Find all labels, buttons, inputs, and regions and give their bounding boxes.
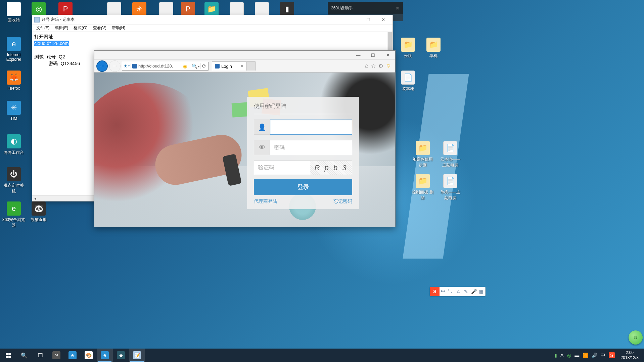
page-content: 使用密码登陆 👤 👁 验证码 R p b 3 登录 代理商登陆 忘记密码 bbox=[94, 73, 395, 227]
password-visibility-icon[interactable]: 👁 bbox=[254, 140, 270, 155]
close-button[interactable]: ✕ bbox=[376, 16, 390, 24]
ime-lang-toggle[interactable]: 中 bbox=[440, 288, 447, 295]
tray-volume-icon[interactable]: 🔊 bbox=[592, 353, 597, 358]
menu-help[interactable]: 帮助(H) bbox=[109, 25, 128, 32]
ie-window: — ☐ ✕ ← → ★ http://cloud.dt128. ◉ 🔍 ⟳ Lo… bbox=[94, 50, 396, 227]
ie-close-button[interactable]: ✕ bbox=[380, 51, 395, 60]
login-title: 使用密码登陆 bbox=[254, 103, 352, 114]
folder-cloud-board[interactable]: 📁云板 bbox=[396, 38, 420, 59]
ie-toolbar: ← → ★ http://cloud.dt128. ◉ 🔍 ⟳ Login ✕ … bbox=[94, 60, 395, 73]
forgot-password-link[interactable]: 忘记密码 bbox=[333, 198, 352, 205]
settings-gear-icon[interactable]: ⚙ bbox=[378, 63, 383, 69]
ime-keyboard-icon[interactable]: ▦ bbox=[477, 289, 485, 294]
ime-voice-icon[interactable]: 🎤 bbox=[470, 289, 478, 294]
new-tab-button[interactable] bbox=[247, 61, 256, 71]
notepad-titlebar[interactable]: 账号 密码 - 记事本 — ☐ ✕ bbox=[32, 15, 393, 25]
tab-close-icon[interactable]: ✕ bbox=[240, 64, 244, 69]
sogou-ime-bar[interactable]: S 中 '， ☺ ✎ 🎤 ▦ bbox=[430, 287, 486, 296]
ime-emoji-icon[interactable]: ☺ bbox=[455, 289, 462, 294]
tray-up-icon[interactable]: ᐱ bbox=[560, 353, 564, 358]
tim-icon[interactable]: ✳TIM bbox=[2, 101, 26, 121]
tray-battery-icon[interactable]: ▬ bbox=[574, 353, 579, 358]
favorites-dropdown-icon[interactable]: ★ bbox=[122, 63, 131, 69]
doc-install-local[interactable]: 📄装本地 bbox=[396, 71, 420, 92]
login-button[interactable]: 登录 bbox=[254, 179, 352, 195]
home-icon[interactable]: ⌂ bbox=[365, 63, 368, 69]
ie-desktop-icon[interactable]: eInternet Explorer bbox=[2, 37, 26, 62]
favorites-icon[interactable]: ☆ bbox=[371, 63, 376, 69]
agent-login-link[interactable]: 代理商登陆 bbox=[254, 198, 277, 205]
password-field[interactable] bbox=[270, 140, 352, 155]
site-favicon-icon bbox=[132, 64, 137, 69]
tray-360-icon[interactable]: ◎ bbox=[567, 353, 571, 358]
taskbar-ie[interactable]: e bbox=[64, 349, 81, 362]
usb-helper-title: 360U盘助手 bbox=[331, 5, 353, 11]
firefox-icon[interactable]: 🦊Firefox bbox=[2, 71, 26, 91]
address-bar-group: ★ http://cloud.dt128. ◉ 🔍 ⟳ bbox=[122, 62, 209, 71]
shutdown-timer-icon[interactable]: ⏻准点定时关机 bbox=[2, 167, 26, 194]
panda-live-icon[interactable]: 🐼熊猫直播 bbox=[27, 201, 50, 223]
smile-icon[interactable]: ☺ bbox=[386, 63, 391, 69]
taskbar-ie-running[interactable]: e bbox=[97, 349, 113, 362]
taskbar-paint[interactable]: 🎨 bbox=[81, 349, 97, 362]
address-bar[interactable]: http://cloud.dt128. bbox=[131, 63, 181, 69]
notepad-app-icon bbox=[34, 17, 40, 22]
360browser-icon[interactable]: e360安全浏览器 bbox=[2, 201, 26, 228]
login-panel: 使用密码登陆 👤 👁 验证码 R p b 3 登录 代理商登陆 忘记密码 bbox=[247, 97, 359, 209]
minimize-button[interactable]: — bbox=[346, 16, 361, 24]
tray-sogou-icon[interactable]: S bbox=[609, 352, 614, 358]
selected-text: cloud.dt128.com bbox=[34, 41, 69, 46]
username-field[interactable] bbox=[270, 120, 352, 135]
clock-time: 2:00 bbox=[621, 350, 639, 355]
windows-logo-icon bbox=[6, 353, 11, 358]
recycle-bin-icon[interactable]: 🗑回收站 bbox=[2, 2, 26, 23]
scroll-left-icon[interactable]: ◄ bbox=[32, 196, 38, 201]
search-button-icon[interactable]: 🔍 bbox=[189, 63, 200, 69]
maximize-button[interactable]: ☐ bbox=[361, 16, 376, 24]
usb-helper-close-icon[interactable]: ✕ bbox=[396, 5, 400, 11]
compat-badge-icon[interactable]: ◉ bbox=[181, 63, 189, 69]
menu-format[interactable]: 格式(O) bbox=[71, 25, 90, 32]
dongdong-icon[interactable]: ◐咚咚工作台 bbox=[2, 134, 26, 155]
tab-favicon-icon bbox=[215, 64, 220, 69]
start-button[interactable] bbox=[0, 349, 16, 362]
sogou-logo-icon[interactable]: S bbox=[430, 287, 440, 296]
360-accelerator-orb[interactable]: 37 bbox=[629, 330, 643, 345]
tray-wifi-icon[interactable]: 📶 bbox=[583, 353, 588, 358]
menu-view[interactable]: 查看(V) bbox=[90, 25, 109, 32]
usb-helper-titlebar[interactable]: 360U盘助手 ✕ bbox=[328, 2, 403, 14]
captcha-image[interactable]: R p b 3 bbox=[310, 161, 352, 175]
nav-back-button[interactable]: ← bbox=[96, 60, 108, 72]
folder-control-panel-del[interactable]: 📁控制面板 删除 bbox=[411, 174, 434, 201]
tab-login[interactable]: Login ✕ bbox=[212, 61, 247, 71]
doc-standalone-pc[interactable]: 📄单机——主副电脑 bbox=[439, 174, 462, 201]
taskbar-filmora[interactable]: ◆ bbox=[113, 349, 129, 362]
menu-file[interactable]: 文件(F) bbox=[34, 25, 52, 32]
taskbar-clock[interactable]: 2:00 2018/12/3 bbox=[617, 350, 642, 360]
show-desktop-button[interactable] bbox=[642, 349, 644, 362]
nav-forward-button: → bbox=[109, 60, 121, 72]
folder-dongle-steps[interactable]: 📁加密狗使用步骤 bbox=[411, 141, 434, 168]
clock-date: 2018/12/3 bbox=[621, 355, 639, 360]
taskbar-notepad-running[interactable]: 📝 bbox=[129, 349, 145, 362]
tray-ime-indicator[interactable]: 中 bbox=[601, 352, 605, 358]
ie-maximize-button[interactable]: ☐ bbox=[366, 51, 380, 60]
refresh-button-icon[interactable]: ⟳ bbox=[200, 63, 208, 69]
user-icon: 👤 bbox=[254, 120, 270, 135]
doc-cloud-local[interactable]: 📄云本地——主副电脑 bbox=[439, 141, 462, 168]
taskbar-app-swirl[interactable]: ༄ bbox=[48, 349, 64, 362]
search-button[interactable]: 🔍 bbox=[16, 349, 32, 362]
task-view-button[interactable]: ❐ bbox=[32, 349, 48, 362]
folder-standalone[interactable]: 📁单机 bbox=[422, 38, 445, 59]
notepad-title-text: 账号 密码 - 记事本 bbox=[42, 17, 75, 22]
url-text: http://cloud.dt128. bbox=[138, 63, 173, 69]
system-tray: ▮ ᐱ ◎ ▬ 📶 🔊 中 S bbox=[552, 352, 617, 358]
ie-window-controls-bar[interactable]: — ☐ ✕ bbox=[94, 51, 395, 60]
menu-edit[interactable]: 编辑(E) bbox=[52, 25, 71, 32]
captcha-field[interactable]: 验证码 bbox=[254, 161, 310, 175]
ie-minimize-button[interactable]: — bbox=[351, 51, 366, 60]
taskbar: 🔍 ❐ ༄ e 🎨 e ◆ 📝 ▮ ᐱ ◎ ▬ 📶 🔊 中 S 2:00 201… bbox=[0, 349, 644, 362]
ime-punct-icon[interactable]: '， bbox=[447, 288, 455, 295]
ime-handwrite-icon[interactable]: ✎ bbox=[462, 289, 470, 294]
tray-shield-icon[interactable]: ▮ bbox=[554, 353, 557, 358]
